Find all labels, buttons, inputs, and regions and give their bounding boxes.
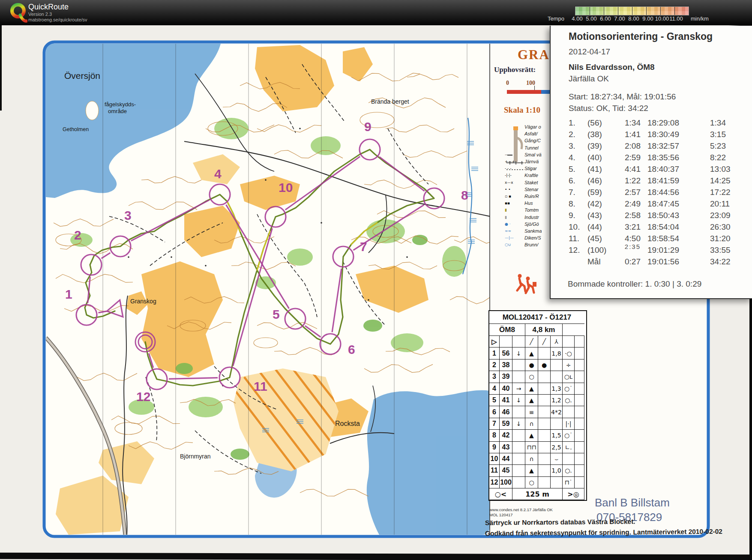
sheet-cell xyxy=(575,430,584,441)
legend-item: Vägar o xyxy=(505,123,552,130)
app-title: QuickRoute xyxy=(28,3,69,12)
sheet-cell: 41 xyxy=(500,395,512,406)
legend-symbol: ● · xyxy=(505,222,524,226)
split-cell: 31:20 xyxy=(710,234,748,246)
split-cell: 1:22 xyxy=(616,176,647,188)
split-cell: 18:44:56 xyxy=(647,188,710,199)
split-cell: 2:08 xyxy=(616,141,647,153)
sheet-cell xyxy=(575,359,584,371)
sheet-cell xyxy=(575,383,584,395)
legend-label: Asfalt/ xyxy=(524,131,538,136)
label-branda-berget: Brända berget xyxy=(371,98,409,105)
sheet-cell: 59 xyxy=(500,418,512,430)
sheet-cell: 42 xyxy=(500,430,512,441)
start-finish-times: Start: 18:27:34, Mål: 19:01:56 xyxy=(569,92,676,102)
quickroute-window: Översjön fågelskydds- område Getholmen B… xyxy=(0,0,752,560)
sheet-cell: ⊓⊓ xyxy=(525,442,538,453)
legend-symbol: ▪▪ xyxy=(505,201,524,205)
sheet-cell: ▲ xyxy=(525,465,538,476)
print-credit-line1: Särtryck ur Norrkartors databas Västra B… xyxy=(485,518,635,527)
tempo-tick xyxy=(590,7,590,15)
sheet-cell xyxy=(538,395,551,406)
legend-label: Tomtm xyxy=(524,207,539,213)
sheet-cell xyxy=(538,347,551,359)
control-number-label: 8 xyxy=(461,188,468,202)
control-number-label: 3 xyxy=(124,208,132,222)
split-cell: 2:35 xyxy=(616,243,647,255)
legend-label: Sjö/Gö xyxy=(524,222,539,227)
legend-item: ● ·Sjö/Gö xyxy=(505,221,552,228)
legend-label: Staket xyxy=(524,180,538,185)
legend-label: Sankma xyxy=(524,228,542,234)
label-rocksta: Rocksta xyxy=(335,420,360,427)
control-number-label: 12 xyxy=(136,389,150,404)
scalebar-red-segment xyxy=(507,90,541,94)
split-cell: (59) xyxy=(587,188,616,199)
split-cell: 13:03 xyxy=(710,165,748,176)
sheet-cell: 4,8 km xyxy=(525,324,563,336)
control-description-sheet: MOL120417 - Ö1217ÖM84,8 km▷╱╱⅄156↓▲1,8·○… xyxy=(488,310,587,501)
legend-label: Diken/S xyxy=(524,235,541,240)
split-cell: (56) xyxy=(587,118,616,130)
legend-label: Hus xyxy=(524,201,533,206)
split-cell: 18:47:45 xyxy=(647,199,710,211)
legend-label: Brunn/ xyxy=(524,242,538,247)
split-cell: 0:27 xyxy=(616,257,647,269)
results-panel: Motionsorientering - Granskog 2012-04-17… xyxy=(550,26,752,299)
legend-item: - - -Stigar xyxy=(505,165,552,172)
sheet-cell: ∩ xyxy=(525,453,538,465)
status-line: Status: OK, Tid: 34:22 xyxy=(569,104,648,113)
split-cell: (44) xyxy=(587,222,616,234)
sheet-cell: ▷ xyxy=(489,336,500,347)
sheet-cell xyxy=(512,359,525,371)
legend-label: Smal vä xyxy=(524,152,542,157)
legend-item: Asfalt/ xyxy=(505,130,552,137)
control-number-label: 2 xyxy=(74,228,81,242)
split-cell: 4. xyxy=(569,153,587,165)
sheet-cell: 1,5 xyxy=(551,430,563,441)
split-cell: 18:30:49 xyxy=(647,130,710,141)
split-cell: 10. xyxy=(569,222,587,234)
sheet-cell: 12 xyxy=(489,477,500,488)
split-cell: 5. xyxy=(569,165,587,176)
control-number-label: 5 xyxy=(273,307,280,321)
legend-label: Gång/C xyxy=(524,138,541,143)
tempo-tick xyxy=(660,7,661,15)
control-number-label: 10 xyxy=(279,180,293,195)
control-number-label: 11 xyxy=(254,379,267,393)
tempo-tick xyxy=(674,7,675,15)
sheet-cell: ○˙ xyxy=(563,430,575,441)
legend-label: Järnvä xyxy=(524,159,539,164)
split-cell: 4:41 xyxy=(616,165,647,176)
sheet-cell xyxy=(575,347,584,359)
course-setter-name: Banl B Billstam xyxy=(595,496,670,509)
sheet-cell: >◎ xyxy=(563,488,584,500)
legend-symbol: —— xyxy=(505,153,524,157)
split-cell: 1:41 xyxy=(616,130,647,141)
app-url: matstroeng.se/quickroute/sv xyxy=(28,17,87,22)
event-title: Motionsorientering - Granskog xyxy=(569,31,713,42)
sheet-cell xyxy=(575,336,584,347)
sheet-cell: 10 xyxy=(489,453,500,465)
split-cell: (42) xyxy=(587,199,616,211)
sheet-cell: ⊓˙ xyxy=(563,477,575,488)
split-cell: 18:29:08 xyxy=(647,118,710,130)
sheet-cell: ↓ xyxy=(512,395,525,406)
split-cell: 18:32:57 xyxy=(647,141,710,153)
sheet-cell xyxy=(512,465,525,476)
sheet-cell: ● xyxy=(525,359,538,371)
tempo-tick xyxy=(632,7,632,15)
legend-label: Stenar xyxy=(524,187,538,192)
tempo-tick xyxy=(646,7,647,15)
split-cell: 1:34 xyxy=(710,118,748,130)
split-cell: 19:01:29 xyxy=(647,246,710,257)
legend-symbol: x—x xyxy=(505,180,524,185)
legend-item: Gång/C xyxy=(505,137,552,144)
sheet-cell: ● xyxy=(538,359,551,371)
sheet-cell: ⅄ xyxy=(551,336,563,347)
sheet-cell xyxy=(512,453,525,465)
split-cell: 17:22 xyxy=(710,188,748,199)
split-cell: 12. xyxy=(569,246,587,257)
sheet-cell xyxy=(538,371,551,383)
split-cell: 34:22 xyxy=(710,257,748,269)
